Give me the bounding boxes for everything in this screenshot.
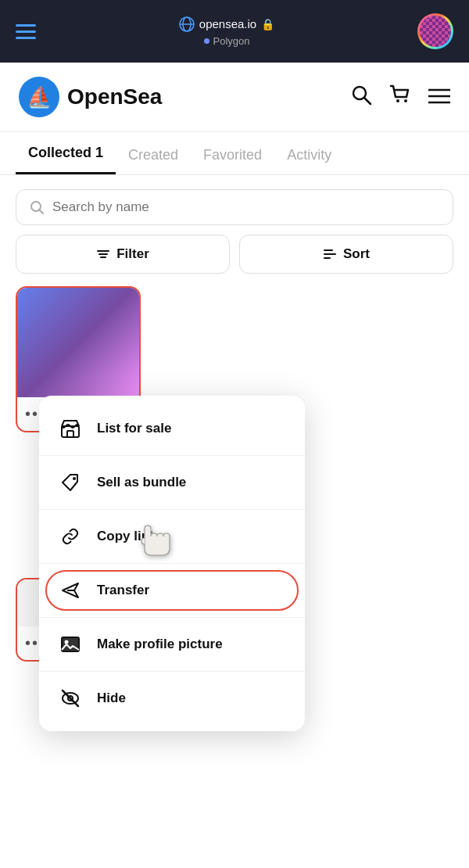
link-icon [58, 524, 83, 549]
store-icon [58, 416, 83, 441]
tag-icon [58, 470, 83, 495]
app-header: ⛵ OpenSea [0, 63, 469, 132]
user-avatar[interactable] [417, 13, 453, 49]
sort-icon [323, 247, 337, 261]
svg-line-11 [39, 210, 43, 213]
browser-bar: opensea.io 🔒 Polygon [0, 0, 469, 63]
search-input[interactable] [52, 199, 440, 215]
menu-label-make-profile-picture: Make profile picture [97, 637, 223, 652]
tab-collected[interactable]: Collected1 [16, 132, 116, 174]
search-icon[interactable] [350, 84, 372, 111]
menu-item-list-for-sale[interactable]: List for sale [39, 402, 305, 456]
send-icon [58, 578, 83, 603]
svg-point-21 [73, 477, 76, 480]
filter-sort-row: Filter Sort [0, 235, 469, 286]
network-dot [204, 38, 209, 44]
menu-label-list-for-sale: List for sale [97, 421, 171, 436]
network-name: Polygon [213, 35, 250, 47]
lock-icon: 🔒 [261, 18, 274, 30]
nft-card-image [17, 288, 139, 397]
logo-area: ⛵ OpenSea [19, 77, 162, 117]
logo-circle[interactable]: ⛵ [19, 77, 59, 117]
search-row [0, 175, 469, 235]
cart-icon[interactable] [389, 84, 411, 111]
search-input-icon [29, 199, 45, 215]
tabs-bar: Collected1 Created Favorited Activity [0, 132, 469, 175]
filter-icon [96, 247, 110, 261]
browser-center: opensea.io 🔒 Polygon [179, 16, 274, 47]
filter-button[interactable]: Filter [16, 235, 230, 274]
svg-line-4 [364, 98, 371, 104]
tab-activity[interactable]: Activity [274, 135, 344, 174]
nft-area: ••• ••• List for sale [0, 286, 469, 724]
menu-label-hide: Hide [97, 690, 126, 706]
browser-network: Polygon [204, 35, 250, 47]
url-text: opensea.io [199, 17, 256, 30]
svg-rect-24 [62, 637, 79, 651]
search-wrap [16, 189, 453, 225]
image-icon [58, 632, 83, 657]
menu-item-sell-as-bundle[interactable]: Sell as bundle [39, 456, 305, 510]
browser-url: opensea.io 🔒 [179, 16, 274, 32]
svg-point-25 [65, 640, 69, 644]
sort-button[interactable]: Sort [239, 235, 453, 274]
menu-item-hide[interactable]: Hide [39, 672, 305, 725]
logo-ship-icon: ⛵ [27, 85, 52, 109]
menu-label-sell-as-bundle: Sell as bundle [97, 475, 186, 490]
tab-created[interactable]: Created [116, 135, 191, 174]
transfer-highlight-oval [45, 570, 299, 611]
menu-item-transfer[interactable]: Transfer [39, 564, 305, 618]
menu-item-make-profile-picture[interactable]: Make profile picture [39, 618, 305, 672]
context-menu: List for sale Sell as bundle Copy link [39, 396, 305, 731]
header-icons [350, 84, 450, 111]
globe-icon [179, 16, 195, 32]
svg-point-6 [404, 99, 407, 102]
avatar-image [420, 16, 451, 47]
hide-icon [58, 686, 83, 711]
tab-favorited[interactable]: Favorited [191, 135, 274, 174]
menu-item-copy-link[interactable]: Copy link [39, 510, 305, 564]
menu-label-transfer: Transfer [97, 583, 149, 598]
menu-icon[interactable] [428, 85, 450, 109]
svg-point-5 [396, 99, 399, 102]
logo-text: OpenSea [67, 84, 162, 109]
hamburger-menu[interactable] [16, 24, 36, 39]
svg-rect-19 [67, 431, 73, 437]
menu-label-copy-link: Copy link [97, 529, 157, 544]
